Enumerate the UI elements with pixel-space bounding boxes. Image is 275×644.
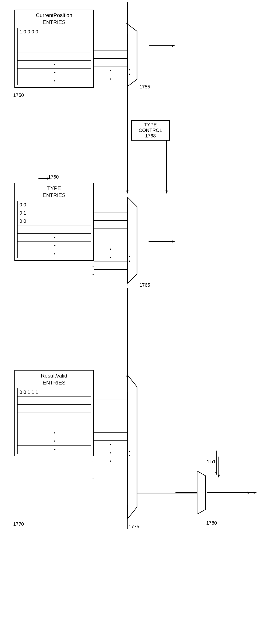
te-cell-1: 0 1 xyxy=(18,209,90,217)
te-cell-0: 0 0 xyxy=(18,201,90,209)
te-mux-dots: •• xyxy=(129,255,130,263)
type-entries-title: TYPE ENTRIES xyxy=(15,183,93,200)
svg-marker-3 xyxy=(172,44,175,47)
rv-side-lines: • • • xyxy=(94,392,128,490)
mux3-shape xyxy=(128,375,149,520)
svg-marker-57 xyxy=(248,492,251,494)
result-valid-box: ResultValid ENTRIES 0 0 1 1 1 • • • xyxy=(14,370,94,456)
svg-marker-47 xyxy=(128,24,137,86)
arrow-out-mux4 xyxy=(204,490,252,495)
arrow-1760 xyxy=(36,172,50,182)
rv-mux-dots: •• xyxy=(129,449,130,458)
type-control-box: TYPE CONTROL 1768 xyxy=(131,120,170,140)
svg-marker-55 xyxy=(215,472,218,475)
cp-cell-dots3: • xyxy=(18,77,90,85)
diagram-container: CurrentPosition ENTRIES 1 0 0 0 0 • • • … xyxy=(0,0,275,644)
svg-marker-7 xyxy=(166,190,168,194)
lines-overlay xyxy=(0,0,275,644)
mux2-shape xyxy=(128,197,149,284)
svg-marker-9 xyxy=(172,240,175,243)
te-side-lines: • • xyxy=(94,204,128,286)
rv-cell-4 xyxy=(18,421,90,429)
arrow-into-mux4 xyxy=(214,450,219,480)
mux2-svg xyxy=(128,197,149,284)
te-cell-3 xyxy=(18,226,90,234)
svg-marker-51 xyxy=(128,375,137,519)
rv-cell-dots: • xyxy=(18,429,90,437)
svg-marker-48 xyxy=(128,197,137,284)
mux3-svg xyxy=(128,375,149,519)
rv-cell-3 xyxy=(18,413,90,421)
rv-cell-dots3: • xyxy=(18,446,90,454)
te-cell-2: 0 0 xyxy=(18,217,90,226)
result-valid-title: ResultValid ENTRIES xyxy=(15,370,93,387)
label-1750: 1750 xyxy=(13,92,24,98)
label-1775: 1775 xyxy=(128,524,140,530)
cp-mux-dots: •• xyxy=(129,68,130,76)
label-1780: 1780 xyxy=(206,520,217,526)
current-position-title: CurrentPosition ENTRIES xyxy=(15,10,93,27)
result-valid-table: 0 0 1 1 1 • • • xyxy=(17,388,91,454)
te-cell-dots3: • xyxy=(18,250,90,258)
cp-cell-dots: • xyxy=(18,60,90,69)
type-entries-box: TYPE ENTRIES 0 0 0 1 0 0 • • • xyxy=(14,183,94,261)
rv-cell-0: 0 0 1 1 1 xyxy=(18,388,90,396)
te-cell-dots: • xyxy=(18,234,90,242)
rv-cell-dots2: • xyxy=(18,437,90,446)
label-1770: 1770 xyxy=(13,522,24,527)
cp-cell-3 xyxy=(18,52,90,60)
te-cell-dots2: • xyxy=(18,242,90,250)
current-position-table: 1 0 0 0 0 • • • xyxy=(17,28,91,85)
type-control-id-label: 1768 xyxy=(145,133,156,138)
rv-cell-1 xyxy=(18,396,90,405)
label-1755: 1755 xyxy=(140,84,150,90)
label-1765: 1765 xyxy=(140,282,150,288)
svg-marker-5 xyxy=(126,190,128,194)
cp-cell-dots2: • xyxy=(18,69,90,77)
type-entries-table: 0 0 0 1 0 0 • • • xyxy=(17,201,91,258)
svg-marker-16 xyxy=(254,492,257,494)
rv-cell-2 xyxy=(18,405,90,413)
mux1-svg xyxy=(128,24,149,86)
cp-side-lines: • • xyxy=(94,34,128,91)
mux1-shape xyxy=(128,24,149,88)
current-position-box: CurrentPosition ENTRIES 1 0 0 0 0 • • • xyxy=(14,10,94,88)
cp-cell-1 xyxy=(18,36,90,44)
mux3-to-mux4-line xyxy=(137,492,198,495)
svg-marker-50 xyxy=(47,177,50,180)
cp-cell-0: 1 0 0 0 0 xyxy=(18,28,90,36)
cp-cell-2 xyxy=(18,44,90,52)
